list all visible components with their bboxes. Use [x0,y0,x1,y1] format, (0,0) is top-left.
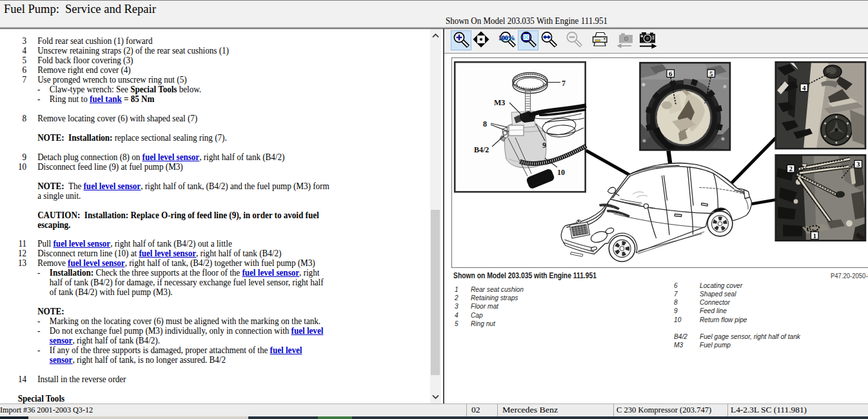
svg-text:10: 10 [557,168,565,177]
svg-text:M3: M3 [494,98,505,107]
svg-text:3: 3 [856,160,860,168]
svg-text:2: 2 [789,165,793,172]
svg-text:8: 8 [483,119,487,128]
svg-text:B4/2: B4/2 [474,145,489,154]
svg-text:6: 6 [669,70,673,77]
svg-text:9: 9 [542,141,546,150]
svg-text:100%: 100% [498,34,515,41]
svg-text:1: 1 [813,232,816,240]
svg-text:7: 7 [562,79,566,88]
svg-text:4: 4 [802,84,806,92]
svg-text:5: 5 [709,70,713,77]
